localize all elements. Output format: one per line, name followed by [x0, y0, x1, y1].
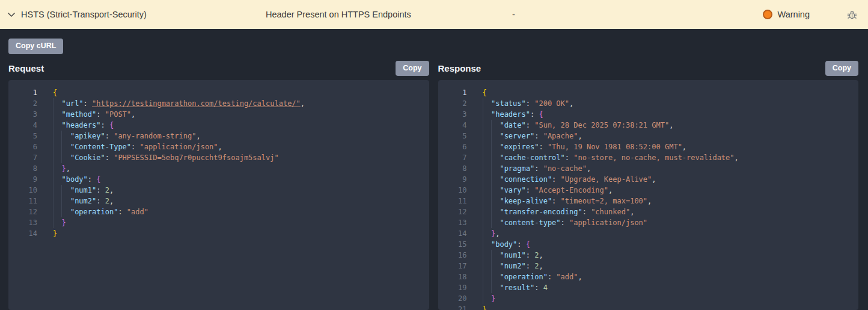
code-text: "headers": {	[53, 120, 114, 131]
request-copy-button[interactable]: Copy	[396, 61, 429, 76]
indent-guide	[53, 141, 53, 152]
indent-guide	[53, 206, 53, 217]
bug-icon[interactable]	[847, 10, 857, 20]
indent-guide	[491, 185, 492, 196]
indent-guide	[61, 185, 62, 196]
indent-guide	[491, 141, 492, 152]
line-number: 14	[438, 228, 467, 239]
indent-guide	[61, 152, 62, 163]
code-text: {	[483, 87, 487, 98]
indent-guide	[483, 239, 483, 250]
code-line: 14 },	[438, 228, 859, 239]
request-panel-title: Request	[8, 63, 44, 73]
code-text: "headers": {	[483, 109, 543, 120]
indent-guide	[53, 217, 53, 228]
code-line: 3 "headers": {	[438, 109, 859, 120]
indent-guide	[483, 174, 483, 185]
code-text: }	[53, 217, 66, 228]
response-copy-button[interactable]: Copy	[825, 61, 858, 76]
finding-description: Header Present on HTTPS Endpoints	[266, 10, 512, 19]
indent-guide	[53, 185, 53, 196]
code-line: 2 "url": "https://testingmarathon.com/te…	[8, 98, 429, 109]
code-text: "server": "Apache",	[483, 131, 582, 141]
code-line: 1{	[8, 87, 429, 98]
indent-guide	[483, 120, 483, 131]
code-line: 14}	[8, 228, 429, 239]
line-number: 11	[8, 196, 37, 206]
code-text: "connection": "Upgrade, Keep-Alive",	[483, 174, 656, 185]
line-number: 3	[438, 109, 467, 120]
code-text: "body": {	[483, 239, 531, 250]
code-line: 10 "vary": "Accept-Encoding",	[438, 185, 859, 196]
code-line: 4 "date": "Sun, 28 Dec 2025 07:38:21 GMT…	[438, 120, 859, 131]
code-text: "date": "Sun, 28 Dec 2025 07:38:21 GMT",	[483, 120, 674, 131]
line-number: 19	[438, 282, 467, 293]
code-text: "Cookie": "PHPSESSID=5ebq7r0puccht9fsoaj…	[53, 152, 279, 163]
code-line: 12 "transfer-encoding": "chunked",	[438, 206, 859, 217]
code-text: }	[483, 293, 496, 304]
indent-guide	[483, 261, 483, 271]
finding-detail-area: Copy cURL Request Copy 1{2 "url": "https…	[0, 29, 868, 310]
code-line: 15 "body": {	[438, 239, 859, 250]
code-line: 17 "num2": 2,	[438, 261, 859, 271]
code-text: "operation": "add",	[483, 271, 582, 282]
code-line: 8 },	[8, 163, 429, 174]
indent-guide	[61, 141, 62, 152]
code-text: "body": {	[53, 174, 101, 185]
line-number: 10	[8, 185, 37, 196]
indent-guide	[53, 196, 53, 206]
line-number: 7	[8, 152, 37, 163]
code-line: 11 "num2": 2,	[8, 196, 429, 206]
indent-guide	[483, 250, 483, 261]
code-line: 1{	[438, 87, 859, 98]
line-number: 20	[438, 293, 467, 304]
status-label: Warning	[778, 10, 810, 19]
line-number: 6	[8, 141, 37, 152]
code-line: 3 "method": "POST",	[8, 109, 429, 120]
indent-guide	[483, 141, 483, 152]
code-line: 4 "headers": {	[8, 120, 429, 131]
request-code-editor[interactable]: 1{2 "url": "https://testingmarathon.com/…	[8, 80, 429, 310]
indent-guide	[483, 293, 483, 304]
code-line: 19 "result": 4	[438, 282, 859, 293]
indent-guide	[491, 152, 492, 163]
code-text: }	[53, 228, 57, 239]
code-text: "operation": "add"	[53, 206, 148, 217]
indent-guide	[61, 196, 62, 206]
line-number: 15	[438, 239, 467, 250]
line-number: 17	[438, 261, 467, 271]
code-line: 16 "num1": 2,	[438, 250, 859, 261]
code-line: 9 "body": {	[8, 174, 429, 185]
indent-guide	[491, 250, 492, 261]
indent-guide	[483, 98, 483, 109]
status-badge: Warning	[763, 10, 810, 19]
code-line: 13 "content-type": "application/json"	[438, 217, 859, 228]
code-text: "num2": 2,	[53, 196, 114, 206]
request-panel: Request Copy 1{2 "url": "https://testing…	[8, 54, 429, 310]
indent-guide	[491, 261, 492, 271]
code-line: 20 }	[438, 293, 859, 304]
line-number: 2	[438, 98, 467, 109]
indent-guide	[483, 206, 483, 217]
warning-dot-icon	[763, 10, 772, 19]
copy-curl-button[interactable]: Copy cURL	[8, 39, 63, 54]
chevron-down-icon[interactable]	[0, 12, 16, 17]
code-line: 5 "server": "Apache",	[438, 131, 859, 141]
indent-guide	[53, 98, 53, 109]
indent-guide	[61, 206, 62, 217]
indent-guide	[491, 196, 492, 206]
line-number: 3	[8, 109, 37, 120]
code-text: "num2": 2,	[483, 261, 543, 271]
finding-row[interactable]: HSTS (Strict-Transport-Security) Header …	[0, 0, 868, 29]
line-number: 12	[8, 206, 37, 217]
code-text: }	[483, 304, 487, 310]
line-number: 4	[438, 120, 467, 131]
code-line: 10 "num1": 2,	[8, 185, 429, 196]
response-code-editor[interactable]: 1{2 "status": "200 OK",3 "headers": {4 "…	[438, 80, 859, 310]
indent-guide	[491, 163, 492, 174]
code-line: 18 "operation": "add",	[438, 271, 859, 282]
line-number: 5	[8, 131, 37, 141]
code-line: 6 "Content-Type": "application/json",	[8, 141, 429, 152]
indent-guide	[61, 131, 62, 141]
code-text: "Content-Type": "application/json",	[53, 141, 222, 152]
